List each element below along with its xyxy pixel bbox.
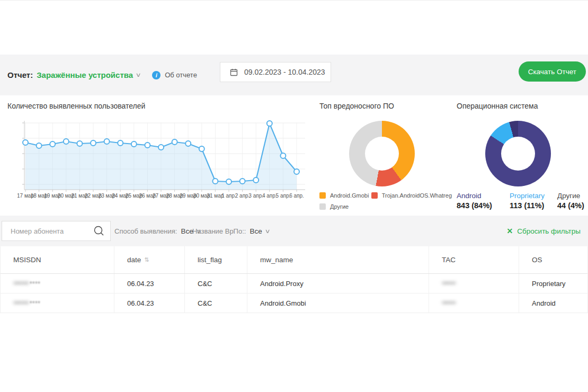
msisdn-redacted: ••••••••• bbox=[13, 280, 29, 287]
line-chart-title: Количество выявленных пользователей bbox=[7, 102, 145, 110]
close-icon: ✕ bbox=[507, 227, 513, 235]
report-select[interactable]: Заражённые устройства ∨ bbox=[37, 70, 140, 79]
cell-list-flag: C&C bbox=[185, 293, 247, 313]
report-header-band: Отчет: Заражённые устройства ∨ i Об отче… bbox=[0, 55, 588, 95]
column-header-list-flag: list_flag bbox=[185, 246, 247, 273]
malware-donut-chart bbox=[349, 121, 415, 186]
column-header-date[interactable]: date ⇅ bbox=[114, 246, 185, 273]
os-donut-chart bbox=[485, 121, 551, 186]
svg-text:1 апр.: 1 апр. bbox=[221, 193, 236, 199]
reset-filters-button[interactable]: ✕ Сбросить фильтры bbox=[507, 216, 581, 246]
donut-hole bbox=[501, 137, 535, 171]
column-header-label: date bbox=[127, 256, 141, 264]
cell-list-flag: C&C bbox=[185, 274, 247, 293]
detection-method-value: Все bbox=[181, 227, 193, 235]
legend-swatch-orange bbox=[319, 192, 326, 199]
table-row: ••••••••• **** 06.04.23 C&C Android.Gmob… bbox=[1, 293, 587, 313]
detection-method-dropdown[interactable]: Способ выявления: Все ∨ bbox=[114, 216, 201, 246]
cell-mw-name: Android.Gmobi bbox=[247, 293, 429, 313]
os-stat-android: Android 843 (84%) bbox=[457, 192, 510, 210]
subscriber-search-box[interactable] bbox=[2, 221, 111, 241]
os-donut-title: Операционная система bbox=[457, 102, 538, 110]
cell-mw-name: Android.Proxy bbox=[247, 274, 429, 293]
detected-users-line-chart: 17 мар18 мар19 мар20 мар21 мар22 мар23 м… bbox=[17, 117, 306, 202]
cell-date: 06.04.23 bbox=[114, 293, 185, 313]
detection-method-label: Способ выявления: bbox=[114, 227, 177, 235]
svg-text:5 апр.: 5 апр. bbox=[276, 193, 291, 199]
column-header-mw-name: mw_name bbox=[247, 246, 429, 273]
legend-swatch-gray bbox=[319, 203, 326, 210]
table-row: ••••••••• **** 06.04.23 C&C Android.Prox… bbox=[1, 274, 587, 293]
os-stat-value: 113 (11%) bbox=[510, 201, 557, 210]
cell-tac: •••••••• bbox=[429, 293, 519, 313]
msisdn-mask-suffix: **** bbox=[30, 299, 40, 307]
svg-text:3 апр.: 3 апр. bbox=[248, 193, 263, 199]
legend-label: Trojan.AndroidOS.Whatreg bbox=[382, 192, 452, 199]
calendar-icon bbox=[230, 68, 238, 76]
report-label: Отчет: bbox=[7, 70, 33, 79]
table-header-row: MSISDN date ⇅ list_flag mw_name TAC OS bbox=[1, 246, 587, 274]
report-name: Заражённые устройства bbox=[37, 70, 133, 79]
chevron-down-icon: ∨ bbox=[136, 72, 141, 78]
svg-text:2 апр.: 2 апр. bbox=[235, 193, 250, 199]
search-icon[interactable] bbox=[93, 225, 105, 237]
malware-name-value: Все bbox=[250, 227, 262, 235]
msisdn-mask-suffix: **** bbox=[30, 280, 40, 288]
legend-swatch-red bbox=[371, 192, 378, 199]
os-stat-other: Другие 44 (4%) bbox=[557, 192, 584, 210]
about-report[interactable]: i Об отчете bbox=[152, 71, 197, 79]
reset-filters-label: Сбросить фильтры bbox=[517, 227, 581, 235]
sort-icon[interactable]: ⇅ bbox=[144, 256, 149, 263]
chevron-down-icon: ∨ bbox=[264, 228, 270, 235]
info-icon: i bbox=[152, 71, 161, 79]
msisdn-redacted: ••••••••• bbox=[13, 299, 29, 307]
cell-date: 06.04.23 bbox=[114, 274, 185, 293]
malware-name-dropdown[interactable]: Название ВрПо:: Все ∨ bbox=[192, 216, 270, 246]
search-input[interactable] bbox=[10, 227, 93, 236]
malware-legend: Android.Gmobi Trojan.AndroidOS.Whatreg Д… bbox=[319, 192, 452, 215]
svg-text:4 апр.: 4 апр. bbox=[262, 193, 277, 199]
about-report-label: Об отчете bbox=[165, 71, 197, 79]
os-stat-label: Android bbox=[457, 192, 510, 200]
svg-text:6 апр.: 6 апр. bbox=[289, 193, 304, 199]
malware-donut-title: Топ вредоносного ПО bbox=[319, 102, 394, 110]
filter-band: Способ выявления: Все ∨ Название ВрПо:: … bbox=[0, 216, 588, 246]
report-selector-group: Отчет: Заражённые устройства ∨ i Об отче… bbox=[7, 55, 197, 95]
charts-section: Количество выявленных пользователей 17 м… bbox=[0, 95, 588, 216]
infected-devices-table: MSISDN date ⇅ list_flag mw_name TAC OS •… bbox=[0, 246, 588, 313]
download-report-button[interactable]: Скачать Отчет bbox=[519, 61, 586, 82]
os-stat-proprietary: Proprietary 113 (11%) bbox=[510, 192, 557, 210]
cell-tac: •••••••• bbox=[429, 274, 519, 293]
os-stat-value: 44 (4%) bbox=[557, 201, 584, 210]
tac-redacted: •••••••• bbox=[442, 280, 456, 287]
window-top-divider bbox=[0, 0, 588, 1]
date-range-picker[interactable]: 09.02.2023 - 10.04.2023 bbox=[220, 62, 331, 82]
legend-label: Android.Gmobi bbox=[330, 192, 369, 199]
tac-redacted: •••••••• bbox=[442, 299, 456, 307]
column-header-os: OS bbox=[519, 246, 587, 273]
os-stat-label: Proprietary bbox=[510, 192, 557, 200]
column-header-msisdn: MSISDN bbox=[1, 246, 114, 273]
os-stat-value: 843 (84%) bbox=[457, 201, 510, 210]
column-header-tac: TAC bbox=[429, 246, 519, 273]
malware-name-label: Название ВрПо:: bbox=[192, 227, 246, 235]
cell-os: Android bbox=[519, 293, 587, 313]
legend-item: Trojan.AndroidOS.Whatreg bbox=[371, 192, 452, 199]
legend-label: Другие bbox=[330, 203, 349, 210]
date-range-value: 09.02.2023 - 10.04.2023 bbox=[244, 68, 325, 76]
cell-os: Proprietary bbox=[519, 274, 587, 293]
legend-item: Другие bbox=[319, 203, 349, 210]
cell-msisdn: ••••••••• **** bbox=[1, 293, 114, 313]
os-stat-label: Другие bbox=[557, 192, 584, 200]
os-stats: Android 843 (84%) Proprietary 113 (11%) … bbox=[457, 192, 584, 210]
cell-msisdn: ••••••••• **** bbox=[1, 274, 114, 293]
legend-item: Android.Gmobi bbox=[319, 192, 371, 199]
donut-hole bbox=[365, 137, 399, 171]
